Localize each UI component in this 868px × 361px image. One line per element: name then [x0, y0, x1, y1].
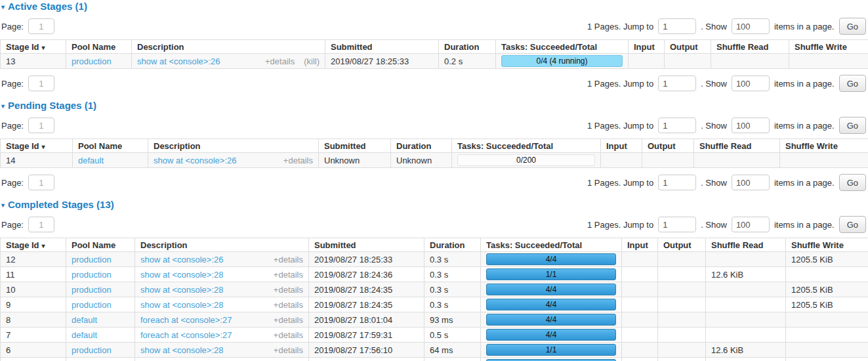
column-header-shuffle-read[interactable]: Shuffle Read	[711, 40, 789, 54]
column-header-shuffle-read[interactable]: Shuffle Read	[694, 139, 780, 153]
stage-id-cell: 10	[1, 282, 66, 297]
details-toggle[interactable]: +details	[265, 56, 295, 66]
kill-link[interactable]: (kill)	[304, 56, 320, 66]
description-link[interactable]: show at <console>:28	[140, 300, 264, 310]
jump-to-input[interactable]	[658, 18, 696, 34]
pool-link[interactable]: production	[72, 285, 112, 295]
output-cell	[658, 297, 706, 312]
output-cell	[642, 153, 694, 168]
show-count-input[interactable]	[732, 217, 770, 232]
pool-link[interactable]: production	[72, 56, 112, 66]
column-header-tasks-succeeded-total[interactable]: Tasks: Succeeded/Total	[496, 40, 629, 54]
column-header-pool-name[interactable]: Pool Name	[73, 139, 148, 153]
description-link[interactable]: foreach at <console>:27	[140, 315, 264, 325]
go-button[interactable]: Go	[839, 216, 866, 233]
page-input[interactable]	[28, 117, 54, 133]
pagination-controls: 1 Pages. Jump to. Showitems in a page.Go	[587, 75, 868, 92]
column-header-pool-name[interactable]: Pool Name	[66, 40, 132, 54]
go-button[interactable]: Go	[839, 18, 866, 35]
description-link[interactable]: foreach at <console>:27	[140, 330, 264, 340]
description-link[interactable]: show at <console>:28	[140, 345, 264, 355]
column-header-submitted[interactable]: Submitted	[309, 238, 424, 252]
pool-link[interactable]: production	[72, 300, 112, 310]
description-link[interactable]: show at <console>:26	[154, 156, 274, 165]
column-header-shuffle-write[interactable]: Shuffle Write	[786, 238, 868, 252]
column-header-description[interactable]: Description	[135, 238, 309, 252]
pool-link[interactable]: default	[72, 330, 97, 340]
column-header-input[interactable]: Input	[622, 238, 658, 252]
details-toggle[interactable]: +details	[274, 345, 303, 355]
column-header-stage-id[interactable]: Stage Id▾	[1, 139, 73, 153]
details-toggle[interactable]: +details	[274, 315, 303, 325]
sort-arrow-icon: ▾	[42, 143, 45, 150]
pool-link[interactable]: default	[72, 315, 97, 325]
show-count-input[interactable]	[732, 117, 770, 133]
column-header-label: Output	[670, 42, 698, 52]
jump-to-input[interactable]	[658, 75, 696, 91]
column-header-shuffle-read[interactable]: Shuffle Read	[706, 238, 786, 252]
shuffle-write-cell: 1205.5 KiB	[786, 252, 868, 267]
column-header-output[interactable]: Output	[642, 139, 694, 153]
column-header-tasks-succeeded-total[interactable]: Tasks: Succeeded/Total	[452, 139, 601, 153]
task-progress-bar: 1/1	[486, 268, 616, 280]
stage-row: 9productionshow at <console>:28+details2…	[1, 297, 868, 312]
section-header-completed-stages[interactable]: ▾Completed Stages (13)	[1, 199, 867, 210]
show-count-input[interactable]	[732, 175, 770, 190]
show-count-input[interactable]	[732, 75, 770, 91]
column-header-output[interactable]: Output	[665, 40, 711, 54]
description-link[interactable]: show at <console>:28	[140, 285, 264, 295]
column-header-stage-id[interactable]: Stage Id▾	[1, 238, 66, 252]
column-header-shuffle-write[interactable]: Shuffle Write	[789, 40, 868, 54]
page-input[interactable]	[28, 175, 54, 190]
column-header-pool-name[interactable]: Pool Name	[66, 238, 135, 252]
pool-link[interactable]: production	[72, 270, 112, 280]
pool-link[interactable]: production	[72, 255, 112, 265]
description-content: show at <console>:26+details(kill)	[137, 56, 320, 66]
page-input[interactable]	[28, 75, 54, 91]
column-header-description[interactable]: Description	[148, 139, 319, 153]
description-link[interactable]: show at <console>:26	[137, 56, 256, 66]
details-toggle[interactable]: +details	[274, 255, 303, 265]
column-header-duration[interactable]: Duration	[424, 238, 481, 252]
duration-cell: 0.3 s	[424, 297, 481, 312]
column-header-submitted[interactable]: Submitted	[325, 40, 439, 54]
column-header-duration[interactable]: Duration	[391, 139, 452, 153]
column-header-input[interactable]: Input	[629, 40, 665, 54]
page-input[interactable]	[28, 18, 54, 34]
go-button[interactable]: Go	[839, 174, 866, 191]
column-header-output[interactable]: Output	[658, 238, 706, 252]
description-link[interactable]: show at <console>:28	[140, 270, 264, 280]
stage-row: 12productionshow at <console>:26+details…	[1, 252, 868, 267]
details-toggle[interactable]: +details	[274, 285, 303, 295]
column-header-stage-id[interactable]: Stage Id▾	[1, 40, 66, 54]
details-toggle[interactable]: +details	[274, 330, 303, 340]
details-toggle[interactable]: +details	[274, 300, 303, 310]
pool-link[interactable]: default	[78, 156, 104, 165]
page-input[interactable]	[28, 217, 54, 232]
jump-to-input[interactable]	[658, 117, 696, 133]
details-toggle[interactable]: +details	[274, 270, 303, 280]
description-link[interactable]: show at <console>:26	[140, 255, 264, 265]
jump-to-input[interactable]	[658, 217, 696, 232]
submitted-cell: 2019/08/27 18:01:04	[309, 312, 424, 328]
jump-to-input[interactable]	[658, 175, 696, 190]
section-header-pending-stages[interactable]: ▾Pending Stages (1)	[1, 100, 867, 111]
show-count-input[interactable]	[732, 18, 770, 34]
go-button[interactable]: Go	[839, 75, 866, 92]
column-header-description[interactable]: Description	[132, 40, 325, 54]
tasks-cell: 4/4	[481, 252, 622, 267]
pool-link[interactable]: production	[72, 345, 112, 355]
column-header-tasks-succeeded-total[interactable]: Tasks: Succeeded/Total	[481, 238, 622, 252]
column-header-duration[interactable]: Duration	[439, 40, 496, 54]
pool-name-cell: production	[66, 282, 135, 297]
column-header-submitted[interactable]: Submitted	[319, 139, 391, 153]
stage-row: 11productionshow at <console>:28+details…	[1, 267, 868, 282]
pool-name-cell: production	[66, 267, 135, 282]
column-header-input[interactable]: Input	[601, 139, 642, 153]
column-header-shuffle-write[interactable]: Shuffle Write	[780, 139, 868, 153]
go-button[interactable]: Go	[839, 117, 866, 134]
collapse-arrow-icon: ▾	[1, 3, 5, 11]
section-header-active-stages[interactable]: ▾Active Stages (1)	[1, 1, 867, 12]
details-toggle[interactable]: +details	[283, 156, 313, 165]
description-content: show at <console>:28+details	[140, 270, 303, 280]
